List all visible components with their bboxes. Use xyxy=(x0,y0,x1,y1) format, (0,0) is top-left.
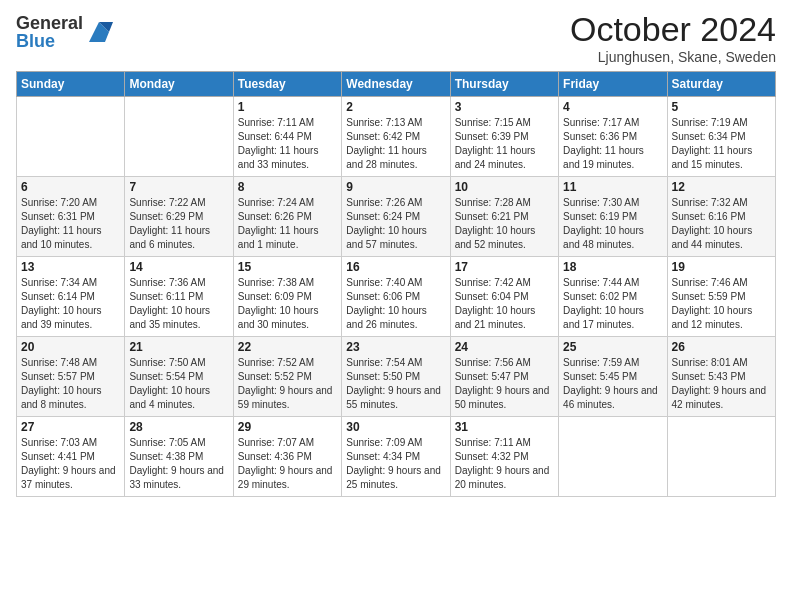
daylight-text: Daylight: 10 hours and 17 minutes. xyxy=(563,304,662,332)
sunrise-text: Sunrise: 7:28 AM xyxy=(455,196,554,210)
day-number: 13 xyxy=(21,260,120,274)
sunset-text: Sunset: 4:36 PM xyxy=(238,450,337,464)
sunrise-text: Sunrise: 7:32 AM xyxy=(672,196,771,210)
sunset-text: Sunset: 5:52 PM xyxy=(238,370,337,384)
sunset-text: Sunset: 6:19 PM xyxy=(563,210,662,224)
daylight-text: Daylight: 10 hours and 30 minutes. xyxy=(238,304,337,332)
sunset-text: Sunset: 6:11 PM xyxy=(129,290,228,304)
sunset-text: Sunset: 6:04 PM xyxy=(455,290,554,304)
daylight-text: Daylight: 10 hours and 12 minutes. xyxy=(672,304,771,332)
day-number: 26 xyxy=(672,340,771,354)
day-number: 19 xyxy=(672,260,771,274)
logo-blue: Blue xyxy=(16,32,83,50)
sunset-text: Sunset: 6:39 PM xyxy=(455,130,554,144)
day-number: 27 xyxy=(21,420,120,434)
sunrise-text: Sunrise: 7:54 AM xyxy=(346,356,445,370)
daylight-text: Daylight: 9 hours and 20 minutes. xyxy=(455,464,554,492)
sunset-text: Sunset: 4:38 PM xyxy=(129,450,228,464)
day-cell: 10Sunrise: 7:28 AMSunset: 6:21 PMDayligh… xyxy=(450,177,558,257)
day-cell: 13Sunrise: 7:34 AMSunset: 6:14 PMDayligh… xyxy=(17,257,125,337)
sunrise-text: Sunrise: 7:30 AM xyxy=(563,196,662,210)
daylight-text: Daylight: 9 hours and 46 minutes. xyxy=(563,384,662,412)
day-number: 12 xyxy=(672,180,771,194)
sunrise-text: Sunrise: 7:52 AM xyxy=(238,356,337,370)
day-number: 25 xyxy=(563,340,662,354)
sunrise-text: Sunrise: 7:11 AM xyxy=(455,436,554,450)
day-number: 8 xyxy=(238,180,337,194)
sunrise-text: Sunrise: 8:01 AM xyxy=(672,356,771,370)
day-cell: 20Sunrise: 7:48 AMSunset: 5:57 PMDayligh… xyxy=(17,337,125,417)
day-cell: 16Sunrise: 7:40 AMSunset: 6:06 PMDayligh… xyxy=(342,257,450,337)
day-number: 4 xyxy=(563,100,662,114)
daylight-text: Daylight: 10 hours and 39 minutes. xyxy=(21,304,120,332)
sunset-text: Sunset: 4:41 PM xyxy=(21,450,120,464)
week-row-4: 27Sunrise: 7:03 AMSunset: 4:41 PMDayligh… xyxy=(17,417,776,497)
logo-text: General Blue xyxy=(16,14,83,50)
day-cell: 4Sunrise: 7:17 AMSunset: 6:36 PMDaylight… xyxy=(559,97,667,177)
logo-general: General xyxy=(16,14,83,32)
week-row-0: 1Sunrise: 7:11 AMSunset: 6:44 PMDaylight… xyxy=(17,97,776,177)
day-cell: 25Sunrise: 7:59 AMSunset: 5:45 PMDayligh… xyxy=(559,337,667,417)
daylight-text: Daylight: 11 hours and 33 minutes. xyxy=(238,144,337,172)
day-number: 9 xyxy=(346,180,445,194)
sunset-text: Sunset: 5:47 PM xyxy=(455,370,554,384)
sunset-text: Sunset: 6:42 PM xyxy=(346,130,445,144)
calendar-body: 1Sunrise: 7:11 AMSunset: 6:44 PMDaylight… xyxy=(17,97,776,497)
day-number: 23 xyxy=(346,340,445,354)
sunset-text: Sunset: 5:45 PM xyxy=(563,370,662,384)
daylight-text: Daylight: 10 hours and 4 minutes. xyxy=(129,384,228,412)
day-cell: 28Sunrise: 7:05 AMSunset: 4:38 PMDayligh… xyxy=(125,417,233,497)
day-cell: 2Sunrise: 7:13 AMSunset: 6:42 PMDaylight… xyxy=(342,97,450,177)
day-cell: 6Sunrise: 7:20 AMSunset: 6:31 PMDaylight… xyxy=(17,177,125,257)
day-number: 18 xyxy=(563,260,662,274)
sunset-text: Sunset: 5:50 PM xyxy=(346,370,445,384)
day-cell: 22Sunrise: 7:52 AMSunset: 5:52 PMDayligh… xyxy=(233,337,341,417)
daylight-text: Daylight: 10 hours and 52 minutes. xyxy=(455,224,554,252)
sunset-text: Sunset: 6:02 PM xyxy=(563,290,662,304)
header-day-friday: Friday xyxy=(559,72,667,97)
sunrise-text: Sunrise: 7:20 AM xyxy=(21,196,120,210)
sunset-text: Sunset: 6:26 PM xyxy=(238,210,337,224)
day-number: 31 xyxy=(455,420,554,434)
day-number: 3 xyxy=(455,100,554,114)
daylight-text: Daylight: 11 hours and 10 minutes. xyxy=(21,224,120,252)
sunset-text: Sunset: 6:31 PM xyxy=(21,210,120,224)
daylight-text: Daylight: 10 hours and 21 minutes. xyxy=(455,304,554,332)
day-cell: 1Sunrise: 7:11 AMSunset: 6:44 PMDaylight… xyxy=(233,97,341,177)
day-number: 16 xyxy=(346,260,445,274)
day-cell: 9Sunrise: 7:26 AMSunset: 6:24 PMDaylight… xyxy=(342,177,450,257)
header-row: SundayMondayTuesdayWednesdayThursdayFrid… xyxy=(17,72,776,97)
daylight-text: Daylight: 10 hours and 26 minutes. xyxy=(346,304,445,332)
sunset-text: Sunset: 4:34 PM xyxy=(346,450,445,464)
calendar-table: SundayMondayTuesdayWednesdayThursdayFrid… xyxy=(16,71,776,497)
day-cell: 8Sunrise: 7:24 AMSunset: 6:26 PMDaylight… xyxy=(233,177,341,257)
day-number: 10 xyxy=(455,180,554,194)
daylight-text: Daylight: 11 hours and 6 minutes. xyxy=(129,224,228,252)
week-row-3: 20Sunrise: 7:48 AMSunset: 5:57 PMDayligh… xyxy=(17,337,776,417)
header-day-sunday: Sunday xyxy=(17,72,125,97)
day-cell: 19Sunrise: 7:46 AMSunset: 5:59 PMDayligh… xyxy=(667,257,775,337)
sunset-text: Sunset: 6:16 PM xyxy=(672,210,771,224)
day-cell: 24Sunrise: 7:56 AMSunset: 5:47 PMDayligh… xyxy=(450,337,558,417)
header-day-saturday: Saturday xyxy=(667,72,775,97)
header-day-thursday: Thursday xyxy=(450,72,558,97)
daylight-text: Daylight: 10 hours and 57 minutes. xyxy=(346,224,445,252)
location: Ljunghusen, Skane, Sweden xyxy=(570,49,776,65)
sunrise-text: Sunrise: 7:24 AM xyxy=(238,196,337,210)
day-cell: 21Sunrise: 7:50 AMSunset: 5:54 PMDayligh… xyxy=(125,337,233,417)
day-cell: 11Sunrise: 7:30 AMSunset: 6:19 PMDayligh… xyxy=(559,177,667,257)
sunrise-text: Sunrise: 7:46 AM xyxy=(672,276,771,290)
header-day-monday: Monday xyxy=(125,72,233,97)
sunset-text: Sunset: 5:43 PM xyxy=(672,370,771,384)
day-cell: 14Sunrise: 7:36 AMSunset: 6:11 PMDayligh… xyxy=(125,257,233,337)
day-cell: 31Sunrise: 7:11 AMSunset: 4:32 PMDayligh… xyxy=(450,417,558,497)
day-cell: 3Sunrise: 7:15 AMSunset: 6:39 PMDaylight… xyxy=(450,97,558,177)
sunrise-text: Sunrise: 7:15 AM xyxy=(455,116,554,130)
day-number: 29 xyxy=(238,420,337,434)
sunset-text: Sunset: 4:32 PM xyxy=(455,450,554,464)
sunrise-text: Sunrise: 7:34 AM xyxy=(21,276,120,290)
week-row-1: 6Sunrise: 7:20 AMSunset: 6:31 PMDaylight… xyxy=(17,177,776,257)
day-number: 6 xyxy=(21,180,120,194)
sunrise-text: Sunrise: 7:38 AM xyxy=(238,276,337,290)
daylight-text: Daylight: 10 hours and 48 minutes. xyxy=(563,224,662,252)
